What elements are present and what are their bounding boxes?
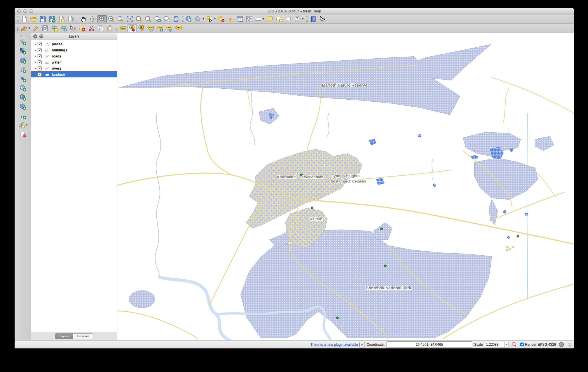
expand-arrow-icon[interactable]: ▶ [34, 43, 38, 45]
paste-features-button[interactable] [105, 24, 114, 32]
add-wms-layer-button[interactable] [18, 84, 27, 92]
help-contents-button[interactable]: ? [308, 15, 318, 23]
toolbar-grip[interactable] [17, 25, 19, 31]
title-bar[interactable]: QGIS 2.0.1-Dufour – basic_map [15, 8, 574, 14]
zoom-next-button[interactable] [162, 15, 171, 23]
show-bookmarks-button[interactable] [284, 15, 293, 23]
toolbar-grip[interactable] [115, 25, 117, 31]
toolbar-grip[interactable] [182, 16, 184, 22]
layer-visibility-checkbox[interactable]: ✓ [38, 66, 42, 70]
add-postgis-layer-button[interactable] [18, 56, 27, 64]
layer-labeling-options-button[interactable]: abc [118, 24, 127, 32]
chevron-down-icon[interactable]: ▼ [262, 18, 265, 20]
layer-item-water[interactable]: ▶✓water [31, 59, 117, 65]
layer-visibility-checkbox[interactable]: ✓ [38, 60, 42, 64]
zoom-full-extent-button[interactable] [125, 15, 134, 23]
select-features-button[interactable]: ▼ [205, 15, 217, 23]
layer-visibility-checkbox[interactable]: ✓ [38, 42, 42, 46]
current-edits-button[interactable]: ▼ [20, 24, 31, 32]
add-spatialite-layer-button[interactable] [18, 66, 27, 74]
rotate-label-button[interactable]: abc [164, 24, 174, 32]
run-feature-action-button[interactable]: ▼ [194, 15, 205, 23]
chevron-down-icon[interactable]: ▼ [302, 18, 304, 20]
map-tips-button[interactable] [265, 15, 275, 23]
composer-manager-button[interactable] [66, 15, 75, 23]
new-project-button[interactable] [20, 15, 29, 23]
deselect-features-button[interactable] [217, 15, 226, 23]
zoom-out-button[interactable] [107, 15, 116, 23]
pin-unpin-labels-button[interactable]: ab [127, 24, 137, 32]
layer-item-buildings[interactable]: ▶✓buildings [31, 47, 117, 53]
layer-item-places[interactable]: ▶✓places [31, 41, 117, 47]
zoom-in-button[interactable] [97, 15, 107, 23]
layer-item-landuse[interactable]: ▶✓landuse [31, 71, 117, 77]
expand-arrow-icon[interactable]: ▶ [34, 61, 38, 64]
panel-tab-layers[interactable]: Layers [55, 333, 73, 339]
layer-visibility-checkbox[interactable]: ✓ [38, 54, 42, 58]
field-calculator-button[interactable] [245, 15, 254, 23]
select-by-expression-button[interactable]: ε [226, 15, 235, 23]
add-wfs-layer-button[interactable] [18, 103, 27, 111]
layer-visibility-checkbox[interactable]: ✓ [38, 72, 42, 77]
pan-map-button[interactable] [79, 15, 88, 23]
toggle-editing-button[interactable] [31, 24, 40, 32]
zoom-to-layer-button[interactable] [144, 15, 153, 23]
chevron-down-icon[interactable]: ▼ [28, 27, 31, 29]
identify-features-button[interactable]: i [184, 15, 194, 23]
scale-magnifier-icon[interactable] [511, 342, 517, 347]
new-shapefile-layer-button[interactable]: ▼ [17, 121, 29, 129]
save-layer-edits-button[interactable] [40, 24, 50, 32]
whats-this-button[interactable]: ? [318, 15, 327, 23]
toolbar-grip[interactable] [306, 16, 308, 22]
measure-button[interactable]: ▼ [254, 15, 265, 23]
layer-item-roads[interactable]: ▶✓roads [31, 53, 117, 59]
plugin-available-link[interactable]: There is a new plugin available [310, 343, 358, 347]
zoom-to-selection-button[interactable] [134, 15, 144, 23]
map-canvas[interactable]: Marloth Nature ReserveKoornlandSwellenda… [117, 33, 574, 340]
refresh-map-button[interactable] [171, 15, 181, 23]
zoom-last-button[interactable] [153, 15, 162, 23]
chevron-down-icon[interactable]: ▼ [214, 18, 216, 20]
zoom-actual-size-button[interactable]: 1:1 [116, 15, 125, 23]
move-label-button[interactable]: abc [155, 24, 164, 32]
open-project-button[interactable] [29, 15, 38, 23]
resize-grip[interactable] [568, 343, 572, 347]
new-bookmark-button[interactable] [275, 15, 284, 23]
text-annotation-button[interactable]: T▼ [293, 15, 305, 23]
add-delimited-text-layer-button[interactable]: , [18, 112, 27, 120]
map-view[interactable]: Marloth Nature ReserveKoornlandSwellenda… [117, 33, 574, 340]
expand-arrow-icon[interactable]: ▶ [34, 55, 38, 57]
open-attribute-table-button[interactable] [235, 15, 245, 23]
add-feature-button[interactable] [50, 24, 59, 32]
chevron-down-icon[interactable]: ▼ [504, 342, 509, 347]
layer-visibility-checkbox[interactable]: ✓ [38, 48, 42, 52]
panel-tab-browser[interactable]: Browser [73, 333, 93, 339]
render-checkbox[interactable] [520, 343, 524, 346]
cut-features-button[interactable] [87, 24, 96, 32]
add-vector-layer-button[interactable] [18, 38, 27, 46]
pan-to-selection-button[interactable] [88, 15, 97, 23]
remove-layer-button[interactable] [18, 130, 27, 138]
scale-combobox[interactable]: 1:22088 ▼ [484, 342, 509, 347]
add-wcs-layer-button[interactable] [18, 93, 27, 101]
plugin-icon[interactable] [359, 342, 365, 347]
layer-item-rivers[interactable]: ▶✓rivers [31, 65, 117, 71]
crs-status-icon[interactable] [559, 342, 564, 347]
save-project-button[interactable] [38, 15, 47, 23]
highlight-pinned-labels-button[interactable]: ab [137, 24, 146, 32]
add-mssql-layer-button[interactable] [18, 75, 27, 83]
new-print-composer-button[interactable] [57, 15, 66, 23]
show-hide-labels-button[interactable]: abc [146, 24, 155, 32]
toolbar-grip[interactable] [76, 16, 78, 22]
chevron-down-icon[interactable]: ▼ [202, 18, 205, 20]
toolbar-grip[interactable] [20, 34, 26, 36]
coordinate-input[interactable] [386, 341, 472, 348]
change-label-button[interactable]: abc [174, 24, 183, 32]
expand-arrow-icon[interactable]: ▶ [34, 73, 38, 76]
node-tool-button[interactable] [68, 24, 77, 32]
chevron-down-icon[interactable]: ▼ [25, 124, 28, 127]
delete-selected-button[interactable] [77, 24, 87, 32]
save-project-as-button[interactable] [47, 15, 57, 23]
expand-arrow-icon[interactable]: ▶ [34, 49, 38, 51]
add-raster-layer-button[interactable] [18, 47, 27, 55]
